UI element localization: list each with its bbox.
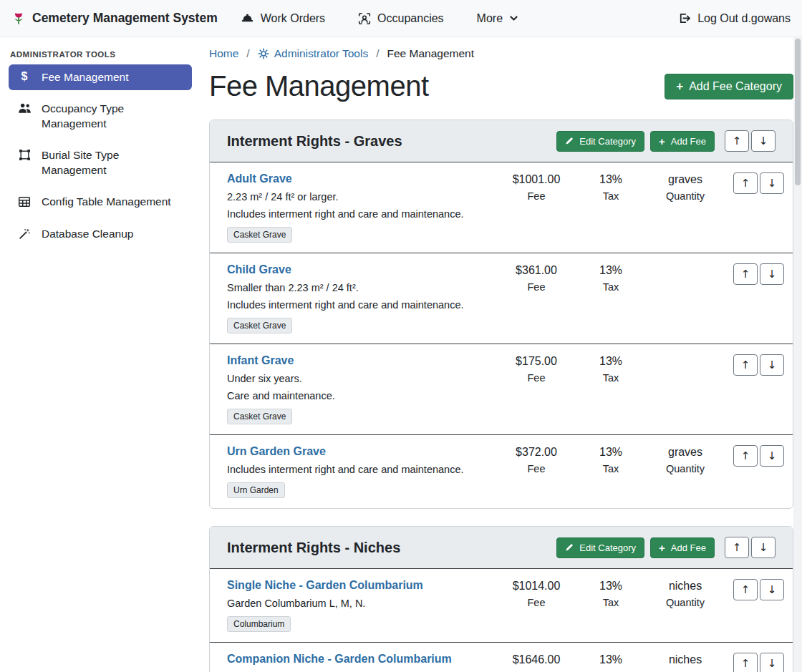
sidebar-item-database-cleanup[interactable]: Database Cleanup [9, 221, 192, 247]
fee-description: Includes interment right and care and ma… [227, 208, 499, 220]
fee-move-up-button[interactable]: ↑ [733, 579, 758, 600]
tax-col: 13% Tax [574, 354, 648, 384]
fee-description: Smaller than 2.23 m² / 24 ft². [227, 282, 499, 293]
add-fee-button[interactable]: + Add Fee [650, 537, 715, 558]
arrow-down-icon: ↓ [768, 177, 777, 190]
fee-row: Companion Niche - Garden Columbarium Gar… [210, 642, 793, 672]
plus-icon: + [659, 136, 665, 147]
fee-amount-label: Fee [499, 372, 574, 384]
fee-row: Adult Grave 2.23 m² / 24 ft² or larger. … [210, 162, 793, 253]
tax-col: 13% Tax [574, 579, 648, 608]
nav-more[interactable]: More [477, 12, 518, 25]
fee-move-up-button[interactable]: ↑ [733, 445, 758, 467]
brand-link[interactable]: Cemetery Management System [11, 11, 218, 26]
fee-reorder-controls: ↑ ↓ [727, 445, 784, 467]
fee-move-up-button[interactable]: ↑ [733, 354, 758, 376]
add-fee-button[interactable]: + Add Fee [650, 131, 715, 152]
breadcrumb-admin-tools-label: Administrator Tools [274, 47, 369, 60]
tax-value: 13% [574, 173, 648, 186]
fee-move-up-button[interactable]: ↑ [733, 263, 758, 285]
fee-amount: $1014.00 [499, 580, 574, 593]
arrow-down-icon: ↓ [768, 657, 777, 670]
page-header: Fee Management + Add Fee Category [209, 70, 793, 102]
category-move-down-button[interactable]: ↓ [751, 537, 776, 558]
sidebar-item-fee-management[interactable]: $ Fee Management [9, 64, 192, 90]
quantity-value: graves [648, 446, 723, 459]
edit-category-button[interactable]: Edit Category [556, 131, 644, 152]
tax-value: 13% [574, 653, 648, 666]
breadcrumb-admin-tools[interactable]: Administrator Tools [258, 47, 369, 60]
fee-amount-col: $175.00 Fee [499, 354, 574, 384]
fee-move-down-button[interactable]: ↓ [760, 653, 784, 672]
plus-icon: + [676, 80, 683, 92]
fee-name-link[interactable]: Urn Garden Grave [227, 445, 326, 458]
edit-category-label: Edit Category [579, 136, 636, 147]
fee-name-link[interactable]: Adult Grave [227, 172, 292, 185]
fee-info: Single Niche - Garden Columbarium Garden… [218, 579, 499, 632]
tax-label: Tax [574, 281, 648, 293]
fee-row: Child Grave Smaller than 2.23 m² / 24 ft… [210, 253, 793, 344]
fee-name-link[interactable]: Child Grave [227, 263, 291, 276]
breadcrumb-home[interactable]: Home [209, 47, 238, 60]
fee-reorder-controls: ↑ ↓ [727, 172, 784, 194]
category-move-down-button[interactable]: ↓ [751, 130, 776, 152]
category-header: Interment Rights - Niches Edit Category … [210, 527, 793, 569]
fee-reorder-controls: ↑ ↓ [727, 579, 784, 600]
quantity-label: Quantity [648, 597, 723, 608]
fee-category-card-niches: Interment Rights - Niches Edit Category … [209, 526, 793, 672]
arrow-up-icon: ↑ [741, 449, 750, 462]
dollar-icon: $ [17, 71, 32, 82]
vertical-scrollbar[interactable] [793, 37, 802, 672]
arrow-down-icon: ↓ [759, 541, 768, 554]
page-title: Fee Management [209, 70, 429, 102]
category-header: Interment Rights - Graves Edit Category … [210, 120, 793, 162]
scrollbar-thumb[interactable] [795, 39, 801, 185]
arrow-up-icon: ↑ [741, 657, 750, 670]
fee-description: Garden Columbarium L, M, N. [227, 598, 499, 609]
breadcrumb-separator: / [246, 47, 249, 60]
fee-category-card-graves: Interment Rights - Graves Edit Category … [209, 120, 793, 509]
fee-move-down-button[interactable]: ↓ [760, 354, 784, 376]
fee-amount: $361.00 [499, 264, 574, 277]
sidebar-item-label: Occupancy Type Management [42, 102, 185, 131]
edit-category-button[interactable]: Edit Category [556, 537, 644, 558]
fee-move-down-button[interactable]: ↓ [760, 263, 784, 285]
fee-amount-col: $361.00 Fee [499, 263, 574, 293]
quantity-label: Quantity [648, 190, 723, 202]
nav-work-orders[interactable]: Work Orders [241, 11, 325, 25]
fee-name-link[interactable]: Infant Grave [227, 354, 294, 367]
sidebar-item-occupancy-type[interactable]: Occupancy Type Management [9, 96, 192, 137]
top-navbar: Cemetery Management System Work Orders [0, 0, 802, 37]
tax-label: Tax [574, 597, 648, 608]
arrow-down-icon: ↓ [768, 268, 777, 281]
sidebar-item-label: Config Table Management [42, 195, 171, 209]
category-move-up-button[interactable]: ↑ [725, 130, 749, 152]
fee-row: Infant Grave Under six years. Care and m… [210, 344, 793, 434]
sidebar-item-config-table[interactable]: Config Table Management [9, 189, 192, 215]
fee-name-link[interactable]: Single Niche - Garden Columbarium [227, 579, 423, 592]
nav-occupancies[interactable]: Occupancies [358, 12, 444, 25]
fee-amount-col: $372.00 Fee [499, 445, 574, 474]
add-fee-category-button[interactable]: + Add Fee Category [665, 74, 793, 99]
pencil-icon [565, 137, 574, 145]
fee-move-down-button[interactable]: ↓ [760, 445, 784, 467]
sidebar-item-burial-site-type[interactable]: Burial Site Type Management [9, 142, 192, 183]
fee-description: Includes interment right and care and ma… [227, 464, 499, 475]
category-reorder-controls: ↑ ↓ [725, 537, 776, 558]
fee-row: Urn Garden Grave Includes interment righ… [210, 434, 793, 508]
arrow-down-icon: ↓ [768, 449, 777, 462]
fee-move-down-button[interactable]: ↓ [760, 579, 784, 600]
fee-info: Child Grave Smaller than 2.23 m² / 24 ft… [218, 263, 499, 333]
arrow-up-icon: ↑ [733, 135, 742, 147]
fee-move-up-button[interactable]: ↑ [733, 653, 758, 672]
fee-move-down-button[interactable]: ↓ [760, 172, 784, 194]
table-icon [17, 195, 32, 208]
fee-move-up-button[interactable]: ↑ [733, 172, 758, 194]
quantity-value: niches [648, 580, 723, 593]
logout-link[interactable]: Log Out d.gowans [677, 11, 791, 25]
fee-type-badge: Casket Grave [227, 409, 292, 424]
category-move-up-button[interactable]: ↑ [725, 537, 749, 558]
fee-amount-col: $1646.00 Fee [499, 653, 574, 672]
fee-name-link[interactable]: Companion Niche - Garden Columbarium [227, 653, 452, 666]
tax-col: 13% Tax [574, 172, 648, 202]
